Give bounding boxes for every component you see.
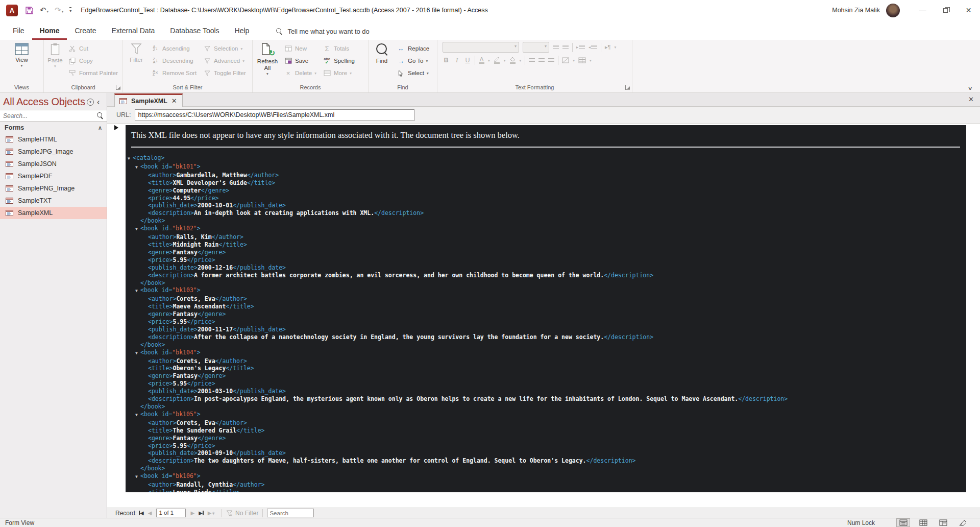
undo-button[interactable]: ↶▾ — [40, 6, 48, 15]
ribbon-tab-help[interactable]: Help — [227, 22, 257, 40]
sidebar-search-icon[interactable] — [97, 112, 104, 119]
go-to-button[interactable]: → Go To▾ — [394, 55, 432, 67]
xml-line[interactable]: ▼<book id="bk102"> — [126, 225, 966, 233]
no-filter-indicator[interactable]: No Filter — [226, 510, 258, 517]
xml-line[interactable]: ▼<book id="bk101"> — [126, 163, 966, 172]
restore-button[interactable] — [934, 0, 957, 20]
collapse-node-icon: ▼ — [135, 350, 140, 357]
copy-icon — [69, 58, 76, 64]
xml-line: <genre>Fantasy</genre> — [126, 372, 966, 380]
format-painter-button: Format Painter — [65, 67, 121, 79]
xml-line: <author>Corets, Eva</author> — [126, 419, 966, 427]
group-label-sort-filter: Sort & Filter — [123, 84, 252, 92]
record-position[interactable]: 1 of 1 — [156, 509, 186, 517]
view-datasheet-button[interactable] — [916, 518, 930, 527]
descending-button: ZA↓ Descending — [148, 55, 200, 67]
view-form-button[interactable] — [896, 518, 910, 527]
form-icon — [6, 198, 13, 204]
xml-line: <publish_date>2000-11-17</publish_date> — [126, 326, 966, 333]
sidebar-item-sampletxt[interactable]: SampleTXT — [0, 195, 107, 207]
paste-button: Paste ▾ — [45, 42, 65, 68]
select-button[interactable]: Select▾ — [394, 67, 432, 79]
highlight-button — [494, 57, 500, 64]
edge-browser-control[interactable]: This XML file does not appear to have an… — [126, 125, 966, 492]
nav-pane-shutter-button[interactable]: ‹ — [97, 99, 100, 105]
tab-close-icon[interactable]: ✕ — [172, 97, 177, 105]
underline-button: U — [464, 57, 471, 64]
xml-line: <price>5.95</price> — [126, 256, 966, 264]
replace-button[interactable]: ↔ Replace — [394, 42, 432, 55]
document-close-button[interactable]: ✕ — [968, 95, 974, 103]
qat-customize-button[interactable]: ▾ — [69, 7, 71, 13]
increase-indent-icon: ▸ — [576, 45, 585, 50]
more-icon — [324, 70, 331, 76]
xml-line[interactable]: ▼<book id="bk104"> — [126, 349, 966, 357]
sidebar-item-samplepng_image[interactable]: SamplePNG_Image — [0, 182, 107, 195]
xml-line: <author>Corets, Eva</author> — [126, 295, 966, 303]
sidebar-item-samplehtml[interactable]: SampleHTML — [0, 133, 107, 146]
redo-button[interactable]: ↷▾ — [55, 6, 63, 15]
refresh-all-button[interactable]: ↻ Refresh All ▾ — [254, 42, 281, 76]
new-record-button: New — [281, 42, 320, 55]
find-icon — [375, 43, 388, 56]
group-label-records: Records — [253, 84, 368, 92]
user-name[interactable]: Mohsin Zia Malik — [832, 7, 880, 14]
document-area: SampleXML ✕ ✕ URL: This XML file does no… — [107, 93, 980, 508]
filter-icon — [130, 43, 142, 55]
align-left-icon — [529, 58, 535, 63]
ribbon-collapse-button[interactable]: ∨ — [967, 85, 973, 91]
ribbon-tab-database-tools[interactable]: Database Tools — [162, 22, 227, 40]
xml-line: </book> — [126, 403, 966, 411]
italic-button: I — [453, 57, 460, 64]
url-input[interactable] — [135, 109, 414, 121]
last-record-button[interactable]: ▶ — [199, 510, 204, 516]
replace-icon: ↔ — [397, 45, 405, 52]
advanced-button: Advanced▾ — [200, 55, 249, 67]
close-button[interactable]: ✕ — [957, 0, 980, 20]
tellme-search[interactable]: Tell me what you want to do — [276, 22, 369, 40]
view-layout-button[interactable] — [936, 518, 950, 527]
collapse-node-icon: ▼ — [135, 226, 140, 233]
xml-line: <price>5.95</price> — [126, 318, 966, 326]
sidebar-item-samplejpg_image[interactable]: SampleJPG_Image — [0, 146, 107, 158]
text-formatting-dialog-launcher[interactable] — [625, 85, 630, 90]
save-record-button[interactable]: Save — [281, 55, 320, 67]
view-design-button[interactable] — [956, 518, 970, 527]
xml-line[interactable]: ▼<book id="bk103"> — [126, 286, 966, 295]
sidebar-group-forms[interactable]: Forms ∧ — [0, 122, 107, 133]
sidebar-item-samplejson[interactable]: SampleJSON — [0, 158, 107, 170]
ribbon-tab-file[interactable]: File — [5, 22, 32, 40]
collapse-node-icon: ▼ — [135, 412, 140, 419]
xml-line[interactable]: ▼<book id="bk105"> — [126, 411, 966, 419]
ribbon-tab-row: FileHomeCreateExternal DataDatabase Tool… — [0, 20, 980, 40]
sidebar-item-samplexml[interactable]: SampleXML — [0, 207, 107, 219]
xml-line: <publish_date>2000-12-16</publish_date> — [126, 264, 966, 272]
xml-line[interactable]: ▼<book id="bk106"> — [126, 472, 966, 481]
minimize-button[interactable]: — — [911, 0, 934, 20]
font-color-button: A — [479, 57, 484, 64]
font-size-combo — [523, 42, 549, 53]
navigation-pane: All Access Objects ▾ ‹ Forms ∧ SampleHTM… — [0, 93, 107, 518]
xml-line: <title>Maeve Ascendant</title> — [126, 303, 966, 310]
ribbon-tab-external-data[interactable]: External Data — [104, 22, 163, 40]
avatar[interactable] — [886, 4, 900, 17]
spelling-button[interactable]: abc ✓ Spelling — [320, 55, 358, 67]
title-bar: A ↶▾ ↷▾ ▾ EdgeBrowserControl_Test : Data… — [0, 0, 980, 20]
ribbon-tab-home[interactable]: Home — [32, 22, 67, 40]
record-search-input[interactable] — [267, 509, 314, 517]
xml-line[interactable]: ▼<catalog> — [126, 154, 966, 163]
sidebar-item-samplepdf[interactable]: SamplePDF — [0, 170, 107, 182]
ribbon-tab-create[interactable]: Create — [67, 22, 104, 40]
quick-save-icon[interactable] — [25, 6, 34, 15]
xml-line: <author>Randall, Cynthia</author> — [126, 481, 966, 489]
clipboard-dialog-launcher[interactable] — [116, 85, 120, 90]
nav-pane-menu-button[interactable]: ▾ — [87, 99, 94, 106]
xml-line: <genre>Computer</genre> — [126, 187, 966, 195]
sidebar-search-input[interactable] — [3, 112, 97, 119]
first-record-button[interactable]: ◀ — [139, 510, 144, 516]
document-tab-samplexml[interactable]: SampleXML ✕ — [114, 93, 183, 107]
group-label-find: Find — [369, 84, 437, 92]
view-button[interactable]: View ▾ — [15, 42, 29, 68]
ascending-button: AZ↓ Ascending — [148, 42, 200, 55]
find-button[interactable]: Find — [370, 42, 394, 64]
